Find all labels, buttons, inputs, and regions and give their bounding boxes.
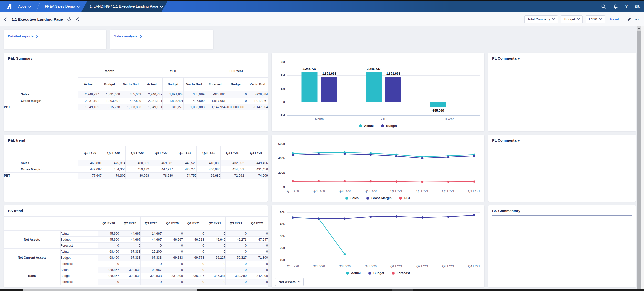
table-cell[interactable]: 0 (204, 249, 225, 255)
legend-item-forecast[interactable]: Forecast (392, 271, 410, 275)
data-point-pbt[interactable] (421, 181, 424, 183)
table-cell[interactable]: 2,231,191 (78, 98, 99, 104)
horizontal-scrollbar-thumb[interactable] (23, 289, 197, 291)
table-cell[interactable]: 427,699 (183, 98, 205, 104)
bar-actual[interactable] (430, 102, 446, 107)
sales-analysis-link[interactable]: Sales analysis (114, 34, 141, 38)
table-cell[interactable]: 0 (247, 231, 268, 237)
table-cell[interactable]: 0 (247, 243, 268, 249)
table-cell[interactable]: 431,456 (244, 166, 268, 173)
table-cell[interactable]: 0 (247, 267, 268, 273)
table-cell[interactable]: 44,667 (119, 231, 140, 237)
legend-item-actual[interactable]: Actual (359, 124, 374, 128)
table-cell[interactable]: 469,381 (149, 160, 173, 166)
data-point-budget[interactable] (447, 216, 450, 218)
table-cell[interactable]: 69,133 (162, 255, 183, 261)
table-cell[interactable]: 0 (141, 261, 162, 267)
data-point-budget[interactable] (292, 216, 294, 219)
table-cell[interactable]: 79,302 (102, 173, 125, 179)
more-options-icon[interactable]: ⋯ (634, 17, 639, 22)
detailed-reports-link[interactable]: Detailed reports (8, 34, 38, 38)
data-point-gross-margin[interactable] (447, 156, 450, 158)
table-cell[interactable]: 67,333 (119, 249, 140, 255)
nav-current-page-menu[interactable]: 1. LANDING / 1.1 Executive Landing Page (90, 1, 163, 12)
filter-dropdown-total-company[interactable]: Total Company (524, 15, 558, 23)
table-cell[interactable]: 69,680 (197, 173, 220, 179)
table-cell[interactable]: 69,773 (183, 255, 204, 261)
back-button[interactable] (4, 17, 8, 21)
pl-commentary-input-2[interactable] (492, 145, 632, 154)
table-cell[interactable]: 1,803,491 (163, 98, 184, 104)
table-cell[interactable]: 70,327 (225, 255, 247, 261)
table-cell[interactable]: -1,147,954 (205, 104, 226, 110)
table-cell[interactable]: 69,227 (204, 255, 225, 261)
table-cell[interactable]: 0 (162, 261, 183, 267)
data-point-pbt[interactable] (318, 180, 320, 182)
table-cell[interactable]: 427,699 (120, 98, 141, 104)
table-cell[interactable]: -337,387 (204, 273, 225, 279)
table-cell[interactable]: 355,069 (183, 91, 205, 98)
table-cell[interactable]: -336,027 (183, 273, 204, 279)
bar-actual[interactable] (366, 72, 382, 102)
table-cell[interactable]: 14,667 (141, 231, 162, 237)
table-cell[interactable]: 448,529 (173, 160, 197, 166)
table-cell[interactable]: 67,333 (141, 255, 162, 261)
table-cell[interactable]: 0 (183, 279, 204, 285)
help-icon[interactable]: ? (625, 4, 628, 9)
table-cell[interactable]: 1,033,883 (183, 104, 205, 110)
data-point-gross-margin[interactable] (421, 157, 424, 159)
table-cell[interactable]: 0 (226, 98, 247, 104)
table-cell[interactable]: 0 (225, 231, 247, 237)
table-cell[interactable]: 0 (225, 243, 247, 249)
data-point-pbt[interactable] (370, 180, 372, 182)
table-cell[interactable]: 1,803,491 (99, 98, 120, 104)
table-cell[interactable]: -328,867 (98, 267, 119, 273)
legend-item-budget[interactable]: Budget (368, 271, 384, 275)
table-cell[interactable]: 0 (247, 279, 268, 285)
table-cell[interactable]: 22,200 (141, 249, 162, 255)
table-cell[interactable]: 432,552 (220, 160, 244, 166)
table-cell[interactable]: 449,456 (244, 160, 268, 166)
data-point-pbt[interactable] (292, 180, 294, 182)
table-cell[interactable]: 428,275 (173, 166, 197, 173)
pl-commentary-input-1[interactable] (492, 63, 632, 72)
table-cell[interactable]: 355,069 (120, 91, 141, 98)
table-cell[interactable]: 46,267 (162, 237, 183, 243)
table-cell[interactable]: 0 (141, 243, 162, 249)
data-point-gross-margin[interactable] (318, 153, 320, 155)
table-cell[interactable]: 71,800 (247, 255, 268, 261)
share-icon[interactable] (75, 17, 80, 21)
table-cell[interactable]: 0 (204, 267, 225, 273)
table-cell[interactable]: 1,033,883 (120, 104, 141, 110)
bs-chart-line-item-selector[interactable]: Net Assets (275, 278, 304, 286)
table-cell[interactable]: 414,552 (220, 166, 244, 173)
table-cell[interactable]: 0 (247, 261, 268, 267)
bar-budget[interactable] (321, 77, 337, 102)
data-point-pbt[interactable] (395, 180, 398, 183)
nav-apps-menu[interactable]: Apps (18, 1, 31, 12)
table-cell[interactable]: 475,814 (102, 160, 125, 166)
table-cell[interactable]: 68,400 (98, 249, 119, 255)
data-point-gross-margin[interactable] (370, 154, 372, 156)
table-cell[interactable]: 0 (162, 249, 183, 255)
table-cell[interactable]: 0 (225, 249, 247, 255)
legend-item-budget[interactable]: Budget (381, 124, 397, 128)
vertical-scrollbar-thumb[interactable] (637, 31, 641, 289)
table-cell[interactable]: -328,533 (119, 267, 140, 273)
table-cell[interactable]: 0 (183, 261, 204, 267)
table-cell[interactable]: -328,533 (119, 273, 140, 279)
table-cell[interactable]: 0 (141, 279, 162, 285)
table-cell[interactable]: -328,533 (141, 273, 162, 279)
data-point-budget[interactable] (344, 218, 346, 220)
table-cell[interactable]: 46,513 (183, 237, 204, 243)
table-cell[interactable]: 0 (98, 261, 119, 267)
table-cell[interactable]: 2,246,737 (78, 91, 99, 98)
table-cell[interactable]: 45,640 (204, 237, 225, 243)
nav-model-menu[interactable]: FP&A Sales Demo (45, 1, 79, 12)
table-cell[interactable]: 67,333 (119, 255, 140, 261)
table-cell[interactable]: 0 (204, 243, 225, 249)
table-cell[interactable]: 78,230 (149, 173, 173, 179)
table-cell[interactable]: 2,231,191 (141, 98, 163, 104)
data-point-gross-margin[interactable] (395, 155, 398, 157)
table-cell[interactable]: 0 (162, 231, 183, 237)
